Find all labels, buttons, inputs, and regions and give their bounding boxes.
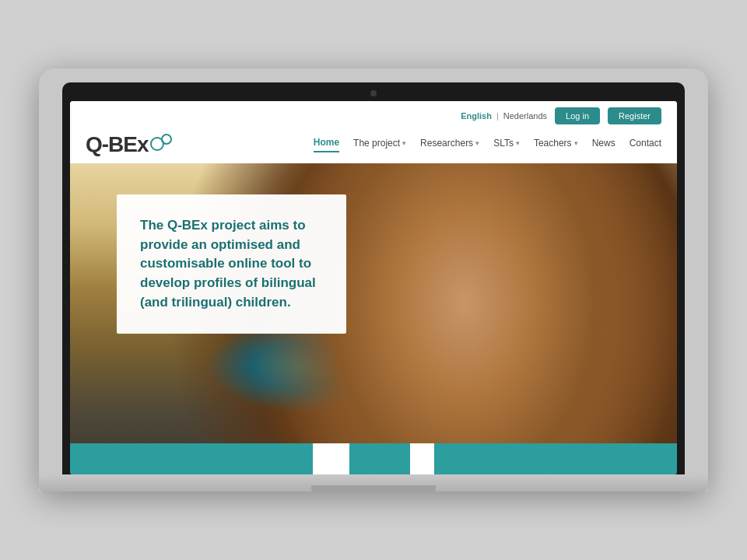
chevron-down-icon: ▾ (516, 139, 520, 147)
strip-gap-2 (410, 443, 434, 474)
hero-section: The Q-BEx project aims to provide an opt… (70, 163, 677, 474)
chevron-down-icon: ▾ (574, 139, 578, 147)
bubble-small-icon (161, 134, 172, 145)
laptop-screen: English | Nederlands Log in Register Q-B… (70, 101, 677, 474)
hero-bottom-strip (70, 443, 677, 474)
lang-english[interactable]: English (461, 111, 492, 121)
lang-separator: | (496, 111, 499, 121)
strip-teal-mid (349, 443, 410, 474)
strip-teal-left (70, 443, 313, 474)
hero-heading: The Q-BEx project aims to provide an opt… (140, 216, 323, 312)
header-middle: Q-BEx Home The project ▾ (70, 128, 677, 163)
nav-researchers[interactable]: Researchers ▾ (420, 138, 479, 152)
chevron-down-icon: ▾ (475, 139, 479, 147)
nav-the-project[interactable]: The project ▾ (353, 138, 406, 152)
register-button[interactable]: Register (608, 107, 661, 124)
site-header: English | Nederlands Log in Register Q-B… (70, 101, 677, 163)
nav-teachers[interactable]: Teachers ▾ (534, 138, 578, 152)
main-nav: Home The project ▾ Researchers ▾ SLTs (314, 137, 661, 152)
camera-dot (370, 90, 377, 96)
language-switcher: English | Nederlands (461, 111, 547, 121)
hero-text-box: The Q-BEx project aims to provide an opt… (117, 194, 346, 334)
logo-text: Q-BEx (86, 132, 149, 157)
strip-gap-1 (313, 443, 349, 474)
screen-bezel: English | Nederlands Log in Register Q-B… (62, 82, 685, 474)
lang-nederlands[interactable]: Nederlands (503, 111, 547, 121)
strip-teal-right (434, 443, 677, 474)
header-top: English | Nederlands Log in Register (70, 101, 677, 128)
logo-bubbles-icon (150, 134, 178, 156)
login-button[interactable]: Log in (555, 107, 600, 124)
laptop-base (39, 474, 708, 492)
logo[interactable]: Q-BEx (86, 132, 178, 157)
nav-slts[interactable]: SLTs ▾ (493, 138, 520, 152)
chevron-down-icon: ▾ (402, 139, 406, 147)
nav-contact[interactable]: Contact (630, 138, 661, 152)
nav-home[interactable]: Home (314, 137, 339, 152)
nav-news[interactable]: News (592, 138, 615, 152)
laptop-shell: English | Nederlands Log in Register Q-B… (39, 68, 708, 492)
